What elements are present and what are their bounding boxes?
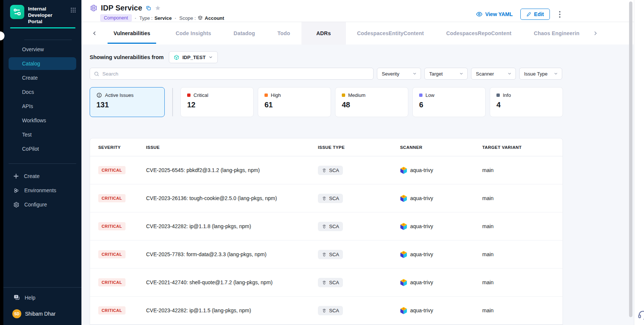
sidebar-action-environments[interactable]: Environments (9, 183, 76, 197)
issue-type-label: SCA (329, 196, 339, 201)
tab-label: Code Insights (176, 30, 211, 36)
star-icon[interactable] (155, 5, 161, 11)
vulnerabilities-panel: Showing vulnerabilities from IDP_TEST (81, 45, 563, 325)
view-yaml-link[interactable]: View YAML (476, 11, 513, 18)
medium-dot (342, 93, 345, 97)
issue-text: CVE-2025-7783: form-data@2.3.3 (lang-pkg… (146, 251, 266, 257)
support-headset-icon[interactable] (637, 309, 644, 320)
col-issue-type: ISSUE TYPE (318, 145, 400, 150)
tab-codespaces-repo-content[interactable]: CodespacesRepoContent (435, 22, 523, 45)
sidebar-item-workflows[interactable]: Workflows (9, 114, 76, 127)
issue-text: CVE-2023-42282: ip@1.1.5 (lang-pkgs, npm… (146, 307, 251, 313)
table-row[interactable]: CRITICAL CVE-2021-42740: shell-quote@1.7… (90, 269, 563, 297)
card-value: 61 (264, 101, 324, 109)
target-variant: main (482, 251, 493, 257)
table-row[interactable]: CRITICAL CVE-2023-42282: ip@1.1.8 (lang-… (90, 212, 563, 240)
sidebar-item-create[interactable]: Create (9, 71, 76, 84)
filter-label: Severity (382, 71, 399, 77)
user-menu[interactable]: SD Shibam Dhar (3, 304, 81, 325)
action-label: Environments (24, 187, 56, 193)
info-dot (496, 93, 500, 97)
copy-icon[interactable] (146, 5, 151, 11)
tab-label: ADRs (316, 30, 331, 36)
fingerprint-icon (322, 196, 327, 201)
search-input[interactable] (102, 71, 369, 77)
scanner-name: aqua-trivy (410, 279, 433, 285)
sidebar-header: Internal Developer Portal (3, 0, 81, 25)
entity-tabs: Vulnerabilities Code Insights Datadog To… (81, 22, 634, 45)
sidebar-item-label: CoPilot (22, 146, 39, 152)
more-options-icon[interactable] (557, 9, 562, 19)
eye-icon (476, 11, 483, 18)
sidebar-item-copilot[interactable]: CoPilot (9, 142, 76, 155)
app-window: Internal Developer Portal Overview Catal… (0, 0, 644, 325)
app-grid-icon[interactable] (70, 5, 76, 13)
high-count-card[interactable]: High 61 (258, 87, 331, 117)
card-value: 12 (187, 101, 247, 109)
target-filter[interactable]: Target (424, 68, 468, 80)
card-label: High (271, 92, 281, 98)
svg-text:?: ? (15, 295, 17, 298)
issue-type-chip: SCA (318, 194, 343, 203)
tab-adrs[interactable]: ADRs (301, 22, 346, 45)
brand-title: Internal Developer Portal (28, 5, 66, 25)
edit-button[interactable]: Edit (520, 9, 550, 20)
tab-label: CodespacesRepoContent (446, 30, 512, 36)
issue-text: CVE-2021-42740: shell-quote@1.7.2 (lang-… (146, 279, 273, 285)
filter-label: Issue Type (524, 71, 548, 77)
severity-badge: CRITICAL (98, 306, 126, 315)
sidebar-item-docs[interactable]: Docs (9, 86, 76, 98)
fingerprint-icon (322, 280, 327, 285)
issue-text: CVE-2025-6545: pbkdf2@3.1.2 (lang-pkgs, … (146, 167, 260, 173)
severity-filter[interactable]: Severity (377, 68, 421, 80)
card-value: 6 (419, 101, 479, 109)
action-label: Configure (24, 202, 47, 208)
scanner-name: aqua-trivy (410, 167, 433, 173)
dot-separator (135, 15, 136, 21)
table-row[interactable]: CRITICAL CVE-2025-7783: form-data@2.3.3 … (90, 240, 563, 269)
severity-badge: CRITICAL (98, 222, 126, 230)
edit-label: Edit (534, 11, 544, 17)
low-count-card[interactable]: Low 6 (412, 87, 486, 117)
tab-todo[interactable]: Todo (266, 22, 301, 45)
issue-type-chip: SCA (318, 166, 343, 175)
entity-kind-badge: Component (100, 14, 132, 22)
sidebar-item-overview[interactable]: Overview (9, 43, 76, 56)
tab-datadog[interactable]: Datadog (222, 22, 266, 45)
sidebar-action-configure[interactable]: Configure (9, 197, 76, 212)
vertical-scrollbar[interactable] (629, 1, 632, 317)
active-issues-card[interactable]: Active Issues 131 (90, 87, 165, 117)
tab-codespaces-entity-content[interactable]: CodespacesEntityContent (346, 22, 435, 45)
card-label: Critical (193, 92, 208, 98)
sidebar-item-test[interactable]: Test (9, 128, 76, 141)
target-variant: main (482, 279, 493, 285)
info-count-card[interactable]: Info 4 (490, 87, 563, 117)
medium-count-card[interactable]: Medium 48 (335, 87, 408, 117)
scanner-filter[interactable]: Scanner (471, 68, 516, 80)
tabs-scroll-left-icon[interactable] (90, 28, 99, 38)
fingerprint-icon (322, 252, 327, 257)
sidebar-nav: Overview Catalog Create Docs APIs Workfl… (3, 40, 81, 157)
tab-code-insights[interactable]: Code Insights (164, 22, 222, 45)
cube-icon (174, 55, 179, 60)
source-select[interactable]: IDP_TEST (169, 51, 218, 63)
table-row[interactable]: CRITICAL CVE-2023-42282: ip@1.1.5 (lang-… (90, 297, 563, 325)
table-row[interactable]: CRITICAL CVE-2025-6545: pbkdf2@3.1.2 (la… (90, 156, 563, 184)
table-row[interactable]: CRITICAL CVE-2023-26136: tough-cookie@2.… (90, 184, 563, 212)
tab-chaos-engineering[interactable]: Chaos Engineerin (523, 22, 591, 45)
severity-badge: CRITICAL (98, 194, 126, 202)
sidebar-item-label: Create (22, 75, 38, 81)
tabs-scroll-right-icon[interactable] (591, 28, 600, 38)
help-button[interactable]: ? Help (3, 288, 81, 304)
col-scanner: SCANNER (400, 145, 482, 150)
sidebar-item-catalog[interactable]: Catalog (9, 57, 76, 70)
sidebar-actions: Create Environments Configure (3, 164, 81, 212)
sidebar-action-create[interactable]: Create (9, 169, 76, 183)
critical-count-card[interactable]: Critical 12 (180, 87, 254, 117)
tab-vulnerabilities[interactable]: Vulnerabilities (99, 22, 164, 45)
issue-type-filter[interactable]: Issue Type (519, 68, 562, 80)
target-variant: main (482, 167, 493, 173)
trivy-cube-icon (400, 223, 407, 230)
service-gear-icon (90, 4, 97, 12)
sidebar-item-apis[interactable]: APIs (9, 100, 76, 113)
